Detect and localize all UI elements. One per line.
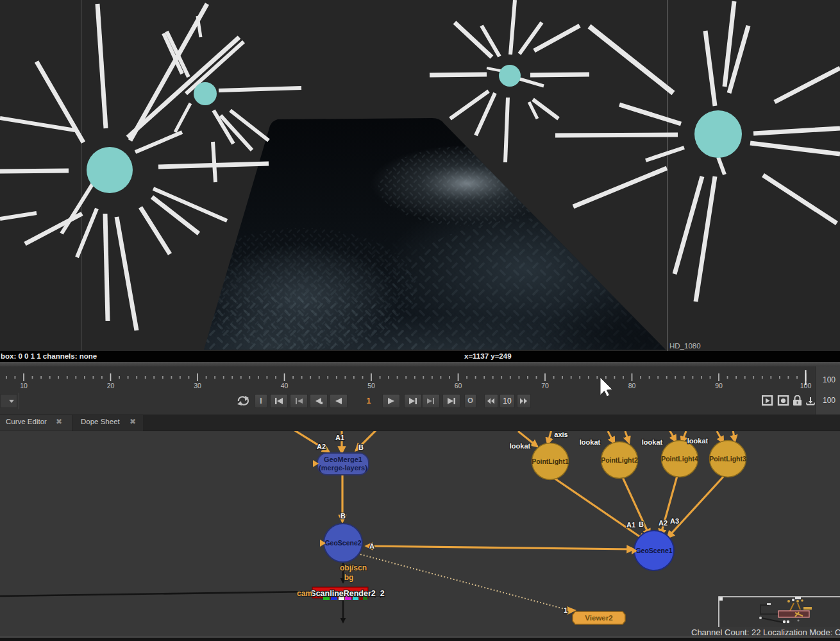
svg-text:A2: A2 — [317, 443, 326, 450]
svg-text:GeoScene1: GeoScene1 — [635, 547, 672, 554]
svg-text:HD_1080: HD_1080 — [669, 342, 701, 350]
svg-text:PointLight2: PointLight2 — [601, 456, 638, 464]
svg-text:(merge-layers): (merge-layers) — [319, 464, 367, 472]
svg-text:30: 30 — [194, 382, 201, 389]
svg-text:A: A — [369, 542, 374, 550]
svg-text:A1: A1 — [335, 434, 344, 441]
svg-text:lookat: lookat — [642, 438, 663, 446]
svg-text:lookat: lookat — [510, 442, 531, 450]
svg-text:90: 90 — [715, 382, 723, 389]
svg-text:B: B — [340, 512, 346, 520]
svg-text:10: 10 — [20, 382, 28, 389]
svg-text:60: 60 — [455, 382, 462, 389]
svg-text:cam: cam — [297, 589, 312, 598]
svg-text:Channel Count: 22 Localizatio: Channel Count: 22 Localization Mode: O — [691, 628, 840, 637]
svg-text:Viewer2: Viewer2 — [585, 614, 612, 622]
svg-text:GeoMerge1: GeoMerge1 — [324, 456, 362, 463]
svg-text:PointLight1: PointLight1 — [532, 457, 569, 465]
svg-text:B: B — [639, 520, 644, 528]
svg-text:A1: A1 — [626, 521, 635, 529]
svg-text:A3: A3 — [670, 517, 679, 525]
svg-text:20: 20 — [107, 382, 115, 389]
svg-text:lookat: lookat — [580, 438, 601, 446]
svg-text:40: 40 — [281, 382, 289, 389]
svg-text:70: 70 — [541, 382, 549, 389]
svg-text:ScanlineRender2_2: ScanlineRender2_2 — [310, 589, 384, 598]
svg-text:GeoScene2: GeoScene2 — [324, 539, 361, 547]
svg-text:PointLight3: PointLight3 — [709, 455, 746, 463]
svg-text:axis: axis — [554, 431, 567, 438]
svg-text:50: 50 — [367, 382, 375, 389]
svg-text:obj/scn: obj/scn — [340, 563, 367, 572]
svg-text:80: 80 — [628, 382, 636, 389]
svg-text:B: B — [358, 443, 364, 451]
svg-text:A2: A2 — [659, 519, 668, 527]
svg-text:lookat: lookat — [687, 437, 709, 445]
svg-text:1: 1 — [564, 606, 567, 614]
svg-text:bg: bg — [344, 573, 354, 582]
svg-text:PointLight4: PointLight4 — [661, 455, 698, 463]
